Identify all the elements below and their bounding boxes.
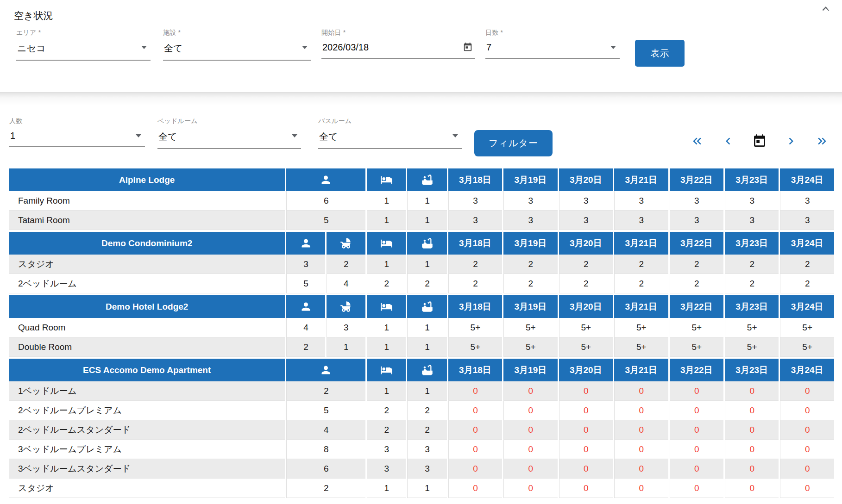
property-table: Alpine Lodge3月18日3月19日3月20日3月21日3月22日3月2…	[7, 168, 836, 230]
availability-cell: 0	[670, 440, 723, 459]
capacity-cell: 8	[286, 440, 365, 459]
room-name: 2ベッドルームプレミアム	[9, 401, 285, 420]
availability-cell: 0	[503, 479, 557, 498]
start-date-field[interactable]: 開始日 *2026/03/18	[321, 29, 475, 59]
availability-cell: 2	[780, 255, 834, 274]
availability-cell: 3	[614, 191, 668, 211]
infants-cell: 2	[327, 255, 365, 274]
availability-cell: 5+	[725, 318, 779, 337]
availability-cell: 0	[780, 381, 834, 401]
capacity-cell: 4	[286, 318, 325, 337]
capacity-cell: 3	[286, 255, 325, 274]
availability-cell: 3	[670, 211, 723, 230]
facility-value[interactable]: 全て	[163, 42, 311, 61]
availability-cell: 3	[780, 211, 834, 230]
bedrooms-field[interactable]: ベッドルーム全て	[157, 117, 301, 149]
bedrooms-cell: 1	[367, 211, 406, 230]
availability-cell: 2	[725, 255, 779, 274]
date-header: 3月18日	[448, 295, 502, 318]
facility-field[interactable]: 施設 *全て	[163, 29, 311, 61]
availability-cell: 0	[725, 420, 779, 440]
room-name: 2ベッドルーム	[9, 274, 285, 293]
chevron-up-icon[interactable]	[819, 2, 833, 16]
capacity-cell: 6	[286, 459, 365, 479]
room-name: Family Room	[9, 191, 285, 211]
bedrooms-cell: 1	[367, 381, 406, 401]
date-header: 3月19日	[503, 232, 557, 255]
dropdown-arrow-icon	[141, 46, 147, 49]
date-header: 3月23日	[725, 232, 779, 255]
bed-icon	[367, 232, 406, 255]
availability-cell: 0	[614, 401, 668, 420]
bedrooms-label: ベッドルーム	[157, 117, 301, 125]
infants-cell: 4	[327, 274, 365, 293]
capacity-cell: 2	[286, 479, 365, 498]
capacity-cell: 5	[286, 274, 325, 293]
bathrooms-cell: 2	[407, 401, 446, 420]
date-header: 3月21日	[614, 359, 668, 381]
show-button[interactable]: 表示	[635, 40, 685, 67]
bedrooms-cell: 1	[367, 337, 406, 357]
bedrooms-cell: 2	[367, 401, 406, 420]
property-name: Alpine Lodge	[9, 168, 285, 191]
availability-cell: 0	[448, 401, 502, 420]
date-header: 3月20日	[559, 168, 613, 191]
bathrooms-value[interactable]: 全て	[318, 130, 462, 149]
date-header: 3月24日	[780, 232, 834, 255]
chevron-left-icon[interactable]	[721, 134, 735, 148]
double-chevron-left-icon[interactable]	[690, 134, 704, 148]
days-label: 日数 *	[485, 29, 620, 37]
bath-icon	[407, 295, 446, 318]
room-row: Family Room6113333333	[9, 191, 834, 211]
room-row: 2ベッドルームスタンダード4220000000	[9, 420, 834, 440]
availability-cell: 0	[503, 440, 557, 459]
room-name: スタジオ	[9, 255, 285, 274]
availability-cell: 0	[780, 440, 834, 459]
guests-value[interactable]: 1	[9, 130, 145, 147]
bath-icon	[407, 359, 446, 381]
availability-cell: 3	[559, 211, 613, 230]
section-divider	[0, 93, 842, 111]
availability-cell: 0	[559, 459, 613, 479]
capacity-cell: 6	[286, 191, 365, 211]
availability-cell: 3	[725, 191, 779, 211]
person-icon	[286, 168, 365, 191]
bathrooms-field[interactable]: バスルーム全て	[318, 117, 462, 149]
area-value[interactable]: ニセコ	[16, 42, 151, 61]
calendar-icon[interactable]	[752, 134, 767, 149]
availability-cell: 3	[559, 191, 613, 211]
area-label: エリア *	[16, 29, 151, 37]
availability-cell: 0	[725, 401, 779, 420]
room-name: スタジオ	[9, 479, 285, 498]
capacity-cell: 2	[286, 381, 365, 401]
date-header: 3月18日	[448, 359, 502, 381]
bathrooms-cell: 1	[407, 381, 446, 401]
room-name: Quad Room	[9, 318, 285, 337]
dropdown-arrow-icon	[136, 134, 141, 137]
days-field[interactable]: 日数 *7	[485, 29, 620, 59]
start-date-value[interactable]: 2026/03/18	[321, 42, 475, 59]
person-icon	[286, 232, 325, 255]
availability-cell: 0	[725, 479, 779, 498]
availability-cell: 3	[614, 211, 668, 230]
guests-field[interactable]: 人数1	[9, 117, 145, 147]
person-icon	[286, 295, 325, 318]
bedrooms-value[interactable]: 全て	[157, 130, 301, 149]
date-header: 3月23日	[725, 295, 779, 318]
availability-cell: 0	[448, 440, 502, 459]
availability-cell: 2	[725, 274, 779, 293]
room-row: 3ベッドルームスタンダード6330000000	[9, 459, 834, 479]
calendar-icon[interactable]	[463, 42, 473, 52]
filter-button[interactable]: フィルター	[474, 130, 553, 156]
availability-cell: 2	[448, 255, 502, 274]
availability-cell: 2	[559, 255, 613, 274]
area-field[interactable]: エリア *ニセコ	[16, 29, 151, 61]
chevron-right-icon[interactable]	[784, 134, 798, 148]
capacity-cell: 4	[286, 420, 365, 440]
availability-cell: 5+	[448, 337, 502, 357]
bathrooms-cell: 2	[407, 420, 446, 440]
double-chevron-right-icon[interactable]	[815, 134, 829, 148]
days-value-text: 7	[486, 42, 491, 52]
availability-cell: 3	[503, 211, 557, 230]
days-value[interactable]: 7	[485, 42, 620, 59]
